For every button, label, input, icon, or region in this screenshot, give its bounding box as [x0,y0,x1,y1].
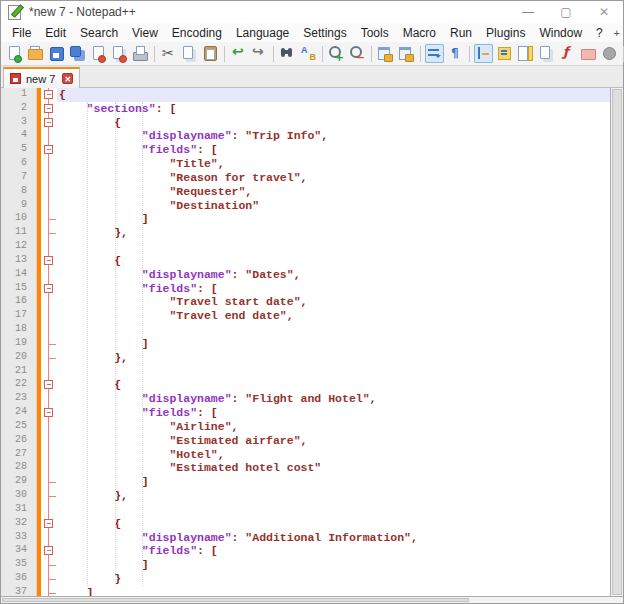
editor-line-29[interactable]: 29 ] [1,475,610,489]
editor-line-2[interactable]: 2 "sections": [ [1,102,610,116]
fold-collapse-icon[interactable] [44,256,53,265]
editor-line-25[interactable]: 25 "Airline", [1,420,610,434]
editor-line-27[interactable]: 27 "Hotel", [1,448,610,462]
editor-line-4[interactable]: 4 "displayname": "Trip Info", [1,129,610,143]
editor-line-9[interactable]: 9 "Destination" [1,199,610,213]
editor-line-11[interactable]: 11 }, [1,226,610,240]
fold-collapse-icon[interactable] [44,284,53,293]
editor-line-10[interactable]: 10 ] [1,212,610,226]
word-wrap-icon[interactable] [425,44,444,63]
editor-area[interactable]: 1{2 "sections": [3 {4 "displayname": "Tr… [1,88,623,603]
tab-new-7[interactable]: new 7✕ [3,67,80,88]
editor-line-13[interactable]: 13 { [1,254,610,268]
editor-line-1[interactable]: 1{ [1,88,610,102]
editor-line-35[interactable]: 35 ] [1,558,610,572]
editor-line-33[interactable]: 33 "displayname": "Additional Informatio… [1,531,610,545]
redo-icon[interactable] [250,44,269,63]
menu-settings[interactable]: Settings [296,25,353,41]
editor-line-36[interactable]: 36 } [1,572,610,586]
close-window-button[interactable]: ✕ [585,1,623,23]
new-tab-button[interactable]: + [610,27,624,39]
zoom-out-icon[interactable] [348,44,367,63]
vertical-scrollbar-thumb[interactable] [612,89,622,595]
show-all-characters-icon[interactable] [446,44,465,63]
fold-collapse-icon[interactable] [44,90,53,99]
menu-file[interactable]: File [5,25,38,41]
fold-margin [41,102,57,116]
paste-icon[interactable] [201,44,220,63]
editor-line-15[interactable]: 15 "fields": [ [1,282,610,296]
menu-run[interactable]: Run [443,25,479,41]
new-file-icon[interactable] [5,44,24,63]
menu-tools[interactable]: Tools [354,25,396,41]
editor-line-24[interactable]: 24 "fields": [ [1,406,610,420]
fold-collapse-icon[interactable] [44,118,53,127]
editor-line-20[interactable]: 20 }, [1,351,610,365]
close-icon[interactable] [89,44,108,63]
editor-line-26[interactable]: 26 "Estimated airfare", [1,434,610,448]
menu-encoding[interactable]: Encoding [165,25,229,41]
editor-line-28[interactable]: 28 "Estimated hotel cost" [1,461,610,475]
editor-line-17[interactable]: 17 "Travel end date", [1,309,610,323]
fold-collapse-icon[interactable] [44,145,53,154]
monitoring-icon[interactable] [600,44,619,63]
editor-line-31[interactable]: 31 [1,503,610,517]
menu-view[interactable]: View [125,25,165,41]
editor-line-23[interactable]: 23 "displayname": "Flight and Hotel", [1,392,610,406]
maximize-button[interactable]: ▢ [547,1,585,23]
editor-line-32[interactable]: 32 { [1,517,610,531]
editor-line-14[interactable]: 14 "displayname": "Dates", [1,268,610,282]
document-list-icon[interactable] [537,44,556,63]
vertical-scrollbar[interactable] [610,88,623,596]
editor-line-37[interactable]: 37 ] [1,586,610,596]
code-text: "Airline", [57,420,610,434]
menu-macro[interactable]: Macro [396,25,443,41]
menu-edit[interactable]: Edit [38,25,73,41]
menu-language[interactable]: Language [229,25,296,41]
editor-line-22[interactable]: 22 { [1,378,610,392]
menu-search[interactable]: Search [73,25,125,41]
fold-collapse-icon[interactable] [44,104,53,113]
undo-icon[interactable] [229,44,248,63]
copy-icon[interactable] [180,44,199,63]
editor-line-34[interactable]: 34 "fields": [ [1,544,610,558]
menu-help[interactable]: ? [589,25,610,41]
sync-horizontal-icon[interactable] [397,44,416,63]
fold-collapse-icon[interactable] [44,380,53,389]
close-all-icon[interactable] [110,44,129,63]
editor-line-7[interactable]: 7 "Reason for travel", [1,171,610,185]
editor-line-8[interactable]: 8 "Requester", [1,185,610,199]
editor-line-6[interactable]: 6 "Title", [1,157,610,171]
function-list-icon[interactable] [558,44,577,63]
zoom-in-icon[interactable] [327,44,346,63]
fold-collapse-icon[interactable] [44,408,53,417]
editor-line-3[interactable]: 3 { [1,116,610,130]
find-icon[interactable] [278,44,297,63]
menu-window[interactable]: Window [532,25,589,41]
fold-collapse-icon[interactable] [44,546,53,555]
horizontal-scrollbar[interactable] [1,596,623,603]
editor-line-16[interactable]: 16 "Travel start date", [1,295,610,309]
user-defined-language-icon[interactable] [495,44,514,63]
replace-icon[interactable] [299,44,318,63]
open-icon[interactable] [26,44,45,63]
indent-guide-icon[interactable] [474,44,493,63]
horizontal-scrollbar-thumb[interactable] [2,598,469,602]
editor-line-12[interactable]: 12 [1,240,610,254]
cut-icon[interactable] [159,44,178,63]
editor-line-19[interactable]: 19 ] [1,337,610,351]
minimize-button[interactable]: — [509,1,547,23]
print-icon[interactable] [131,44,150,63]
document-map-icon[interactable] [516,44,535,63]
fold-collapse-icon[interactable] [44,519,53,528]
editor-line-21[interactable]: 21 [1,365,610,379]
sync-vertical-icon[interactable] [376,44,395,63]
editor-line-18[interactable]: 18 [1,323,610,337]
save-icon[interactable] [47,44,66,63]
folder-as-workspace-icon[interactable] [579,44,598,63]
editor-line-5[interactable]: 5 "fields": [ [1,143,610,157]
editor-line-30[interactable]: 30 }, [1,489,610,503]
menu-plugins[interactable]: Plugins [479,25,532,41]
tab-close-icon[interactable]: ✕ [62,73,73,84]
save-all-icon[interactable] [68,44,87,63]
